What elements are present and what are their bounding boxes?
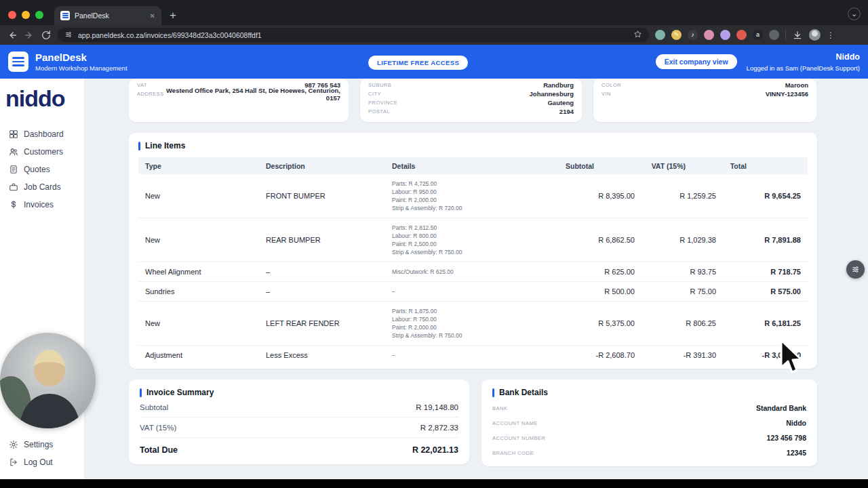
main-area: VAT 987 765 543 ADDRESS Westend Office P… (85, 79, 868, 479)
info-label: VIN (601, 91, 611, 97)
screen: PanelDesk ✕ + ⌄ app.paneldesk.co.za/invo… (0, 0, 868, 488)
sidebar-item-customers[interactable]: Customers (0, 143, 84, 161)
window-close-button[interactable] (8, 11, 16, 19)
bank-details-rows: BANK Standard Bank ACCOUNT NAME Niddo AC… (492, 404, 806, 457)
line-item-subtotal: R 5,375.00 (548, 319, 635, 327)
line-item-vat: -R 391.30 (635, 351, 716, 359)
table-settings-fab[interactable] (846, 260, 865, 279)
sidebar-item-label: Job Cards (24, 182, 61, 192)
browser-tab[interactable]: PanelDesk ✕ (54, 6, 161, 25)
line-item-row[interactable]: New LEFT REAR FENDER Parts: R 1,875.00La… (138, 302, 808, 346)
menu-toggle-button[interactable] (8, 52, 28, 72)
line-item-detail-line: Misc/Outwork: R 625.00 (392, 268, 548, 276)
info-value: Gauteng (547, 99, 574, 106)
info-row: POSTAL 2194 (360, 107, 582, 116)
exit-company-view-button[interactable]: Exit company view (656, 54, 737, 69)
line-item-row[interactable]: New REAR BUMPER Parts: R 2,812.50Labour:… (138, 218, 808, 262)
window-minimize-button[interactable] (22, 11, 30, 19)
app-tagline: Modern Workshop Management (35, 64, 127, 72)
invoices-icon (9, 200, 18, 209)
line-item-row[interactable]: New FRONT BUMPER Parts: R 4,725.00Labour… (138, 174, 808, 218)
line-item-subtotal: -R 2,608.70 (548, 351, 635, 359)
extension-icon[interactable]: ✎ (671, 30, 682, 40)
line-item-subtotal: R 8,395.00 (548, 192, 635, 200)
info-row: PROVINCE Gauteng (360, 98, 582, 107)
sidebar-item-logout[interactable]: Log Out (0, 453, 84, 471)
line-item-detail-line: Labour: R 800.00 (392, 232, 548, 240)
extension-icon[interactable]: a (753, 30, 763, 40)
line-item-vat: R 93.75 (635, 268, 716, 276)
quotes-icon (9, 165, 18, 174)
bank-detail-line: BANK Standard Bank (492, 404, 806, 412)
line-item-row[interactable]: Sundries – – R 500.00 R 75.00 R 575.00 (138, 282, 808, 302)
line-items-body: New FRONT BUMPER Parts: R 4,725.00Labour… (138, 174, 808, 365)
downloads-icon[interactable] (792, 30, 803, 41)
info-value: Johannesburg (530, 90, 574, 98)
forward-button[interactable] (24, 30, 35, 41)
tab-favicon-icon (60, 11, 70, 20)
sidebar-item-quotes[interactable]: Quotes (0, 161, 84, 178)
site-settings-icon[interactable] (64, 29, 73, 41)
window-zoom-button[interactable] (35, 11, 43, 19)
bank-details-card: Bank Details BANK Standard Bank ACCOUNT … (481, 380, 817, 466)
tab-close-icon[interactable]: ✕ (150, 12, 155, 20)
extension-icon[interactable] (720, 30, 730, 40)
line-item-row[interactable]: Wheel Alignment – Misc/Outwork: R 625.00… (138, 262, 808, 282)
bank-detail-value: 123 456 798 (767, 434, 806, 442)
line-item-row[interactable]: Adjustment Less Excess – -R 2,608.70 -R … (138, 346, 808, 365)
extension-icon[interactable]: ♪ (688, 30, 698, 40)
line-item-detail-line: Strip & Assembly: R 720.00 (392, 204, 548, 212)
bank-detail-value: Standard Bank (756, 404, 806, 412)
sidebar-item-invoices[interactable]: Invoices (0, 196, 84, 214)
app-title: PanelDesk (35, 52, 127, 63)
line-item-total: R 9,654.25 (716, 192, 801, 200)
webcam-overlay (0, 333, 96, 428)
column-vat: VAT (15%) (635, 162, 716, 170)
info-label: COLOR (601, 82, 621, 88)
line-item-description: REAR BUMPER (266, 236, 392, 244)
sidebar-item-job-cards[interactable]: Job Cards (0, 178, 84, 196)
column-type: Type (145, 162, 266, 170)
line-item-type: Adjustment (145, 351, 266, 359)
line-item-detail-line: – (392, 287, 548, 296)
line-item-total: R 575.00 (716, 287, 801, 296)
info-row: SUBURB Randburg (360, 81, 582, 89)
sidebar-item-settings[interactable]: Settings (0, 436, 84, 453)
line-item-description: – (266, 268, 392, 276)
extension-icon[interactable] (736, 30, 747, 40)
sliders-icon (851, 265, 860, 274)
summary-label: VAT (15%) (140, 424, 176, 432)
bookmark-star-icon[interactable] (633, 29, 642, 41)
user-block: Niddo Logged in as Sam (PanelDesk Suppor… (747, 52, 860, 72)
niddo-logo: niddo (0, 79, 84, 112)
sidebar-item-label: Customers (24, 147, 63, 157)
extension-icon[interactable] (655, 30, 665, 40)
sidebar-nav: Dashboard Customers Quotes Job Cards Inv… (0, 125, 84, 214)
dashboard-icon (9, 129, 18, 139)
info-label: SUBURB (368, 82, 391, 88)
summary-line: Subtotal R 19,148.80 (140, 397, 458, 418)
line-item-details: Parts: R 4,725.00Labour: R 950.00Paint: … (392, 180, 548, 212)
address-bar[interactable]: app.paneldesk.co.za/invoices/699348d23a3… (58, 28, 649, 42)
settings-gear-icon (9, 440, 18, 449)
sidebar-item-label: Dashboard (24, 129, 64, 139)
sidebar-item-dashboard[interactable]: Dashboard (0, 125, 84, 143)
line-item-detail-line: Parts: R 4,725.00 (392, 180, 548, 188)
window-controls (8, 11, 43, 19)
tab-search-chevron-icon[interactable]: ⌄ (848, 7, 861, 20)
back-button[interactable] (7, 30, 18, 41)
line-items-header: Type Description Details Subtotal VAT (1… (138, 157, 808, 174)
line-item-description: FRONT BUMPER (266, 192, 392, 200)
line-item-details: – (392, 287, 548, 296)
extension-icon[interactable] (704, 30, 714, 40)
new-tab-button[interactable]: + (170, 9, 176, 21)
extension-icon[interactable] (769, 30, 779, 40)
reload-button[interactable] (41, 30, 52, 41)
toolbar-divider (785, 30, 786, 40)
line-items-title: Line Items (138, 141, 808, 150)
info-row: VIN VINNY-123456 (593, 89, 816, 98)
info-cards-row: VAT 987 765 543 ADDRESS Westend Office P… (129, 79, 817, 122)
profile-avatar[interactable] (809, 29, 821, 41)
column-details: Details (392, 162, 548, 170)
browser-menu-icon[interactable]: ⋮ (827, 30, 835, 40)
